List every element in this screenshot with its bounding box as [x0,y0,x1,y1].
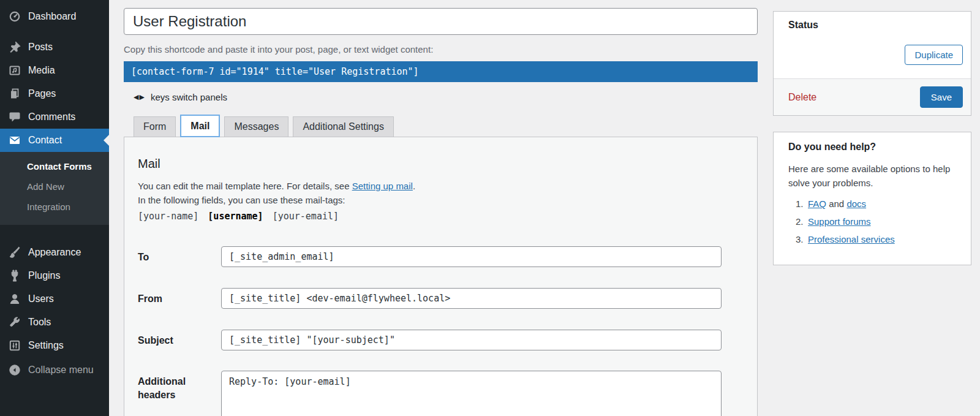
mail-from-label: From [138,288,221,309]
sidebar-item-pages[interactable]: Pages [0,82,109,105]
description-text: You can edit the mail template here. For… [138,181,352,191]
submenu-item-integration[interactable]: Integration [0,197,109,217]
tab-mail[interactable]: Mail [180,115,220,137]
mail-tags-hint: In the following fields, you can use the… [138,195,345,205]
sidebar-item-media[interactable]: Media [0,59,109,82]
sidebar-item-tools[interactable]: Tools [0,311,109,334]
editor-sidebar: Status Duplicate Delete Save Do you need… [773,0,971,265]
mail-to-input[interactable] [221,246,722,267]
mail-panel-heading: Mail [138,156,744,172]
additional-headers-row: Additional headers Reply-To: [your-email… [138,371,744,416]
mail-subject-label: Subject [138,330,221,350]
mail-panel: Mail You can edit the mail template here… [124,137,758,416]
description-text: . [413,181,415,191]
comment-bubble-icon [8,110,21,124]
list-item: 3. Professional services [796,233,956,246]
help-intro-text: Here are some available options to help … [788,162,956,190]
tab-form[interactable]: Form [134,116,176,137]
sidebar-item-label: Dashboard [28,10,76,23]
mail-to-row: To [138,246,744,267]
sidebar-item-settings[interactable]: Settings [0,334,109,357]
sidebar-item-posts[interactable]: Posts [0,36,109,59]
status-postbox: Status Duplicate Delete Save [773,11,971,116]
additional-headers-label: Additional headers [138,371,221,416]
tab-messages[interactable]: Messages [224,116,288,137]
menu-separator [0,28,109,36]
media-icon [8,64,21,77]
keyboard-hint: ◀▶ keys switch panels [134,92,758,102]
paintbrush-icon [8,246,21,259]
mail-tags-list: [your-name] [username] [your-email] [138,210,744,223]
duplicate-button[interactable]: Duplicate [905,45,963,65]
menu-separator [0,225,109,241]
mail-from-input[interactable] [221,288,722,309]
shortcode-hint: Copy this shortcode and paste it into yo… [124,43,758,56]
sidebar-item-label: Comments [28,110,75,124]
duplicate-row: Duplicate [774,31,971,78]
mail-from-row: From [138,288,744,309]
help-item-text: FAQ and docs [808,198,866,210]
wordpress-admin-page: { "colors": { "accent_blue": "#2271b1", … [0,0,980,416]
faq-link[interactable]: FAQ [808,199,826,209]
left-right-arrows-icon: ◀▶ [134,93,145,101]
additional-headers-textarea[interactable]: Reply-To: [your-email] [221,371,722,416]
delete-link[interactable]: Delete [788,92,816,103]
mail-to-label: To [138,246,221,267]
help-options-list: 1. FAQ and docs 2. Support forums 3. Pro… [788,198,956,246]
status-heading: Status [774,12,971,31]
sliders-icon [8,339,21,352]
sidebar-item-label: Tools [28,316,51,329]
sidebar-item-appearance[interactable]: Appearance [0,241,109,264]
sidebar-item-comments[interactable]: Comments [0,105,109,129]
form-title-input[interactable] [124,8,758,35]
plug-icon [8,269,21,282]
sidebar-item-label: Contact [28,134,62,147]
wrench-icon [8,316,21,329]
form-editor-main: Copy this shortcode and paste it into yo… [124,0,758,416]
sidebar-item-plugins[interactable]: Plugins [0,264,109,287]
help-postbox: Do you need help? Here are some availabl… [773,132,971,265]
docs-link[interactable]: docs [846,199,866,209]
sidebar-item-contact[interactable]: Contact [0,129,109,152]
collapse-menu-button[interactable]: Collapse menu [0,358,109,382]
shortcode-field[interactable]: [contact-form-7 id="1914" title="User Re… [124,61,758,82]
mail-panel-description: You can edit the mail template here. For… [138,179,744,207]
help-heading: Do you need help? [788,141,956,153]
envelope-icon [8,134,21,147]
sidebar-item-label: Pages [28,87,56,100]
mail-tag: [your-email] [273,210,339,223]
contact-submenu: Contact Forms Add New Integration [0,152,109,225]
sidebar-item-label: Media [28,64,55,77]
support-forums-link[interactable]: Support forums [808,216,871,228]
sidebar-item-label: Posts [28,40,53,54]
sidebar-item-users[interactable]: Users [0,287,109,311]
submenu-item-add-new[interactable]: Add New [0,176,109,197]
keyboard-hint-label: keys switch panels [151,92,227,102]
setting-up-mail-link[interactable]: Setting up mail [352,181,413,191]
publishing-actions: Delete Save [774,78,971,115]
sidebar-item-label: Settings [28,339,64,352]
help-item-text: and [826,199,846,209]
mail-tag: [your-name] [138,210,198,223]
pushpin-icon [8,40,21,54]
save-button[interactable]: Save [920,86,963,108]
sidebar-item-label: Users [28,292,54,306]
user-icon [8,292,21,306]
list-marker: 2. [796,216,808,228]
dashboard-icon [8,10,21,23]
pages-icon [8,87,21,100]
list-item: 1. FAQ and docs [796,198,956,210]
sidebar-item-label: Appearance [28,246,81,259]
admin-sidebar: Dashboard Posts Media Pages Comments Con… [0,0,109,416]
list-marker: 3. [796,233,808,246]
tab-additional-settings[interactable]: Additional Settings [293,116,394,137]
mail-tag-used: [username] [208,210,263,223]
panel-tabs: Form Mail Messages Additional Settings [134,115,758,137]
sidebar-item-dashboard[interactable]: Dashboard [0,5,109,28]
mail-subject-input[interactable] [221,330,722,350]
list-item: 2. Support forums [796,216,956,228]
submenu-item-contact-forms[interactable]: Contact Forms [0,156,109,176]
professional-services-link[interactable]: Professional services [808,233,895,246]
list-marker: 1. [796,198,808,210]
collapse-arrow-icon [8,363,21,377]
